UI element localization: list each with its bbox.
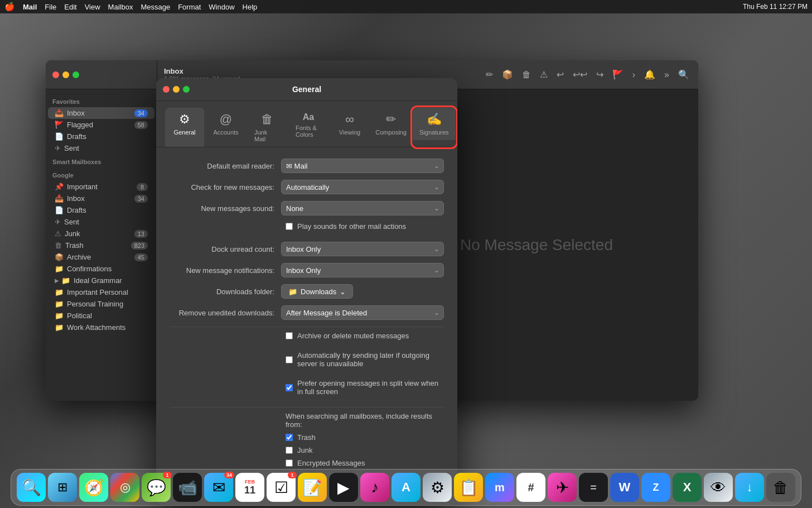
dock-item-zoom[interactable]: Z bbox=[641, 473, 670, 502]
prefer-split-checkbox[interactable] bbox=[286, 384, 293, 391]
important-personal-icon: 📁 bbox=[55, 288, 64, 296]
view-menu[interactable]: View bbox=[85, 3, 100, 11]
dock-item-airmail[interactable]: ✈ bbox=[548, 473, 577, 502]
dock-item-mail[interactable]: ✉ 34 bbox=[204, 473, 233, 502]
flag-icon[interactable]: 🚩 bbox=[610, 67, 626, 82]
edit-menu[interactable]: Edit bbox=[64, 3, 76, 11]
search-icon[interactable]: 🔍 bbox=[676, 67, 692, 82]
inbox-title: Inbox bbox=[164, 67, 240, 75]
tab-general[interactable]: ⚙ General bbox=[165, 108, 204, 147]
more-icon[interactable]: › bbox=[630, 68, 637, 82]
remove-unedited-downloads-control[interactable]: After Message is Deleted When Mail Quits… bbox=[281, 305, 444, 320]
sidebar-item-confirmations[interactable]: 📁 Confirmations bbox=[48, 263, 154, 275]
settings-maximize-button[interactable] bbox=[183, 86, 190, 93]
dock-item-trash[interactable]: 🗑 bbox=[766, 473, 795, 502]
play-sounds-checkbox[interactable] bbox=[286, 223, 293, 230]
sidebar-item-google-drafts[interactable]: 📄 Drafts bbox=[48, 204, 154, 216]
sidebar-item-trash[interactable]: 🗑 Trash 823 bbox=[48, 239, 154, 251]
new-message-notifications-select[interactable]: Inbox Only All Mailboxes VIP bbox=[281, 263, 444, 277]
more-actions-icon[interactable]: » bbox=[662, 68, 671, 82]
sidebar-item-work-attachments[interactable]: 📁 Work Attachments bbox=[48, 322, 154, 333]
format-menu[interactable]: Format bbox=[178, 3, 201, 11]
message-menu[interactable]: Message bbox=[141, 3, 170, 11]
include-trash-checkbox[interactable] bbox=[286, 434, 293, 441]
include-junk-checkbox[interactable] bbox=[286, 447, 293, 454]
default-email-reader-select[interactable]: ✉ Mail Outlook bbox=[281, 159, 444, 173]
dock-unread-count-control[interactable]: Inbox Only All Mailboxes bbox=[281, 242, 444, 256]
check-new-messages-control[interactable]: Automatically Every Minute Every 5 Minut… bbox=[281, 180, 444, 194]
sidebar-item-important[interactable]: 📌 Important 8 bbox=[48, 181, 154, 193]
new-messages-sound-select[interactable]: None New Mail Sound bbox=[281, 201, 444, 215]
tab-junk-mail[interactable]: 🗑 Junk Mail bbox=[248, 108, 287, 147]
close-button[interactable] bbox=[52, 71, 59, 78]
dock-item-safari[interactable]: 🧭 bbox=[79, 473, 108, 502]
dock-item-reminders[interactable]: ☑ 1 bbox=[267, 473, 296, 502]
reply-icon[interactable]: ↩ bbox=[554, 67, 566, 82]
window-menu[interactable]: Window bbox=[209, 3, 234, 11]
new-message-notifications-control[interactable]: Inbox Only All Mailboxes VIP bbox=[281, 263, 444, 277]
search-section-control: When searching all mailboxes, include re… bbox=[281, 412, 444, 472]
sidebar-item-google-inbox[interactable]: 📥 Inbox 34 bbox=[48, 193, 154, 204]
dock-item-preview[interactable]: 👁 bbox=[704, 473, 733, 502]
sidebar-item-junk[interactable]: ⚠ Junk 13 bbox=[48, 228, 154, 239]
maximize-button[interactable] bbox=[72, 71, 79, 78]
notification-icon[interactable]: 🔔 bbox=[642, 67, 658, 82]
dock-item-facetime[interactable]: 📹 bbox=[173, 473, 202, 502]
junk-icon[interactable]: ⚠ bbox=[538, 67, 550, 82]
dock-item-chrome[interactable]: ◎ bbox=[110, 473, 139, 502]
dock-item-messages[interactable]: 💬 1 bbox=[142, 473, 171, 502]
sidebar-item-archive[interactable]: 📦 Archive 45 bbox=[48, 251, 154, 263]
dock-unread-count-select[interactable]: Inbox Only All Mailboxes bbox=[281, 242, 444, 256]
sidebar-item-sent[interactable]: ✈ Sent bbox=[48, 142, 154, 154]
reply-all-icon[interactable]: ↩↩ bbox=[571, 67, 589, 82]
downloads-folder-button[interactable]: 📁 Downloads ⌄ bbox=[281, 284, 353, 299]
dock-item-download[interactable]: ↓ bbox=[735, 473, 764, 502]
dock-item-music[interactable]: ♪ bbox=[360, 473, 389, 502]
dock-item-excel[interactable]: X bbox=[673, 473, 702, 502]
sidebar-item-drafts[interactable]: 📄 Drafts bbox=[48, 131, 154, 142]
settings-minimize-button[interactable] bbox=[173, 86, 180, 93]
dock-item-messenger[interactable]: m bbox=[485, 473, 514, 502]
dock-item-stickies[interactable]: 📋 bbox=[454, 473, 483, 502]
include-encrypted-checkbox[interactable] bbox=[286, 459, 293, 467]
mailbox-menu[interactable]: Mailbox bbox=[108, 3, 133, 11]
check-new-messages-select[interactable]: Automatically Every Minute Every 5 Minut… bbox=[281, 180, 444, 194]
tab-signatures[interactable]: ✍ Signatures bbox=[413, 108, 456, 140]
help-menu[interactable]: Help bbox=[243, 3, 258, 11]
tab-accounts[interactable]: @ Accounts bbox=[206, 108, 245, 147]
sidebar-item-political[interactable]: 📁 Political bbox=[48, 310, 154, 322]
new-messages-sound-control[interactable]: None New Mail Sound bbox=[281, 201, 444, 215]
sidebar-item-inbox[interactable]: 📥 Inbox 34 bbox=[48, 107, 154, 119]
tab-composing[interactable]: ✏ Composing bbox=[371, 108, 410, 147]
tab-fonts-colors[interactable]: Aa Fonts & Colors bbox=[289, 108, 328, 147]
dock-item-launchpad[interactable]: ⊞ bbox=[48, 473, 77, 502]
default-email-reader-control[interactable]: ✉ Mail Outlook bbox=[281, 159, 444, 173]
app-menu[interactable]: Mail bbox=[23, 3, 37, 11]
compose-icon[interactable]: ✏ bbox=[484, 67, 495, 82]
settings-close-button[interactable] bbox=[163, 86, 170, 93]
sidebar-item-flagged[interactable]: 🚩 Flagged 58 bbox=[48, 119, 154, 131]
remove-unedited-downloads-select[interactable]: After Message is Deleted When Mail Quits… bbox=[281, 305, 444, 320]
sidebar-item-important-personal[interactable]: 📁 Important Personal bbox=[48, 286, 154, 298]
dock-item-calculator[interactable]: = bbox=[579, 473, 608, 502]
dock-item-tv[interactable]: ▶ bbox=[329, 473, 358, 502]
sidebar-item-ideal-grammar[interactable]: ▶ 📁 Ideal Grammar bbox=[48, 275, 154, 286]
tab-viewing[interactable]: ∞ Viewing bbox=[330, 108, 369, 147]
sidebar-item-personal-training[interactable]: 📁 Personal Training bbox=[48, 298, 154, 310]
archive-muted-checkbox[interactable] bbox=[286, 332, 293, 339]
minimize-button[interactable] bbox=[62, 71, 69, 78]
dock-item-calendar[interactable]: FEB 11 bbox=[235, 473, 264, 502]
sidebar-item-google-sent[interactable]: ✈ Sent bbox=[48, 216, 154, 228]
dock-item-notes[interactable]: 📝 bbox=[298, 473, 327, 502]
dock-item-finder[interactable]: 🔍 bbox=[17, 473, 46, 502]
forward-icon[interactable]: ↪ bbox=[594, 67, 606, 82]
archive-icon[interactable]: 📦 bbox=[500, 67, 515, 82]
auto-try-checkbox[interactable] bbox=[286, 356, 293, 363]
dock-item-appstore[interactable]: A bbox=[392, 473, 420, 502]
dock-item-slack[interactable]: # bbox=[516, 473, 545, 502]
dock-item-word[interactable]: W bbox=[610, 473, 639, 502]
delete-icon[interactable]: 🗑 bbox=[520, 68, 533, 82]
apple-menu[interactable]: 🍎 bbox=[4, 2, 15, 12]
file-menu[interactable]: File bbox=[45, 3, 56, 11]
dock-item-settings[interactable]: ⚙ bbox=[423, 473, 452, 502]
